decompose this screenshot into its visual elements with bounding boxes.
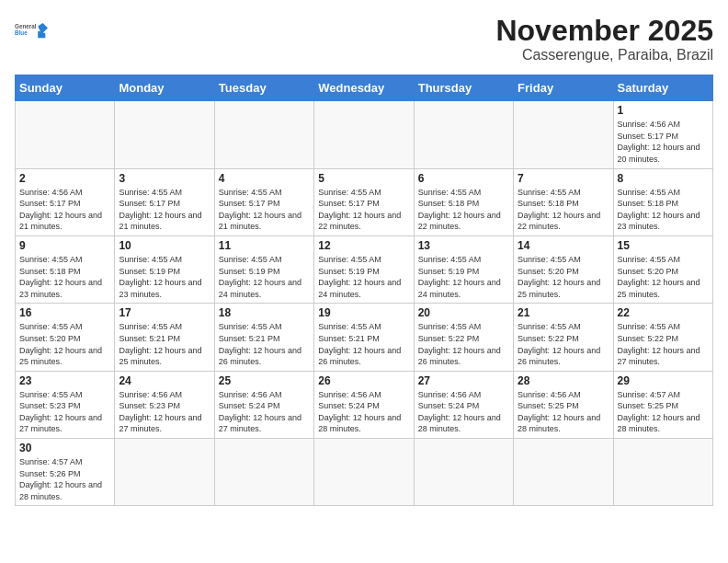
calendar-cell [214, 101, 313, 168]
calendar-week-row: 2Sunrise: 4:56 AMSunset: 5:17 PMDaylight… [16, 168, 713, 236]
day-info: Sunrise: 4:55 AMSunset: 5:21 PMDaylight:… [119, 321, 210, 367]
day-info: Sunrise: 4:56 AMSunset: 5:17 PMDaylight:… [618, 119, 709, 165]
day-number: 2 [19, 172, 110, 185]
day-number: 21 [518, 306, 609, 319]
day-info: Sunrise: 4:55 AMSunset: 5:18 PMDaylight:… [518, 187, 609, 233]
day-info: Sunrise: 4:55 AMSunset: 5:23 PMDaylight:… [19, 389, 110, 435]
calendar-cell: 7Sunrise: 4:55 AMSunset: 5:18 PMDaylight… [514, 168, 613, 236]
weekday-header-wednesday: Wednesday [314, 75, 414, 101]
day-info: Sunrise: 4:55 AMSunset: 5:20 PMDaylight:… [618, 254, 709, 300]
day-info: Sunrise: 4:56 AMSunset: 5:24 PMDaylight:… [318, 389, 409, 435]
logo-icon: General Blue [15, 15, 48, 48]
svg-text:General: General [15, 23, 37, 29]
calendar-cell [314, 101, 414, 168]
calendar-cell [514, 101, 613, 168]
calendar-cell: 1Sunrise: 4:56 AMSunset: 5:17 PMDaylight… [613, 101, 712, 168]
location-subtitle: Casserengue, Paraiba, Brazil [495, 47, 713, 63]
calendar-cell: 19Sunrise: 4:55 AMSunset: 5:21 PMDayligh… [314, 304, 414, 371]
day-info: Sunrise: 4:55 AMSunset: 5:22 PMDaylight:… [618, 321, 709, 367]
calendar-cell: 17Sunrise: 4:55 AMSunset: 5:21 PMDayligh… [115, 304, 214, 371]
day-info: Sunrise: 4:55 AMSunset: 5:20 PMDaylight:… [19, 321, 110, 367]
day-info: Sunrise: 4:55 AMSunset: 5:22 PMDaylight:… [518, 321, 609, 367]
day-info: Sunrise: 4:55 AMSunset: 5:21 PMDaylight:… [318, 321, 409, 367]
day-info: Sunrise: 4:55 AMSunset: 5:18 PMDaylight:… [19, 254, 110, 300]
day-number: 22 [618, 306, 709, 319]
calendar-cell: 24Sunrise: 4:56 AMSunset: 5:23 PMDayligh… [115, 371, 214, 438]
day-info: Sunrise: 4:55 AMSunset: 5:18 PMDaylight:… [618, 187, 709, 233]
calendar-cell: 27Sunrise: 4:56 AMSunset: 5:24 PMDayligh… [414, 371, 513, 438]
day-info: Sunrise: 4:55 AMSunset: 5:19 PMDaylight:… [119, 254, 210, 300]
calendar-cell [115, 101, 214, 168]
day-number: 18 [219, 306, 310, 319]
weekday-header-tuesday: Tuesday [214, 75, 313, 101]
calendar-cell: 22Sunrise: 4:55 AMSunset: 5:22 PMDayligh… [613, 304, 712, 371]
day-info: Sunrise: 4:57 AMSunset: 5:25 PMDaylight:… [618, 389, 709, 435]
day-number: 28 [518, 374, 609, 387]
weekday-header-row: SundayMondayTuesdayWednesdayThursdayFrid… [16, 75, 713, 101]
day-info: Sunrise: 4:55 AMSunset: 5:20 PMDaylight:… [518, 254, 609, 300]
day-number: 6 [418, 172, 509, 185]
calendar-cell: 14Sunrise: 4:55 AMSunset: 5:20 PMDayligh… [514, 236, 613, 303]
day-number: 3 [119, 172, 210, 185]
day-info: Sunrise: 4:56 AMSunset: 5:25 PMDaylight:… [518, 389, 609, 435]
weekday-header-saturday: Saturday [613, 75, 712, 101]
day-info: Sunrise: 4:56 AMSunset: 5:23 PMDaylight:… [119, 389, 210, 435]
day-number: 13 [418, 239, 509, 252]
day-number: 17 [119, 306, 210, 319]
calendar-cell [214, 439, 313, 506]
calendar-week-row: 23Sunrise: 4:55 AMSunset: 5:23 PMDayligh… [16, 371, 713, 438]
day-number: 19 [318, 306, 409, 319]
month-title: November 2025 [495, 15, 713, 47]
calendar-cell: 15Sunrise: 4:55 AMSunset: 5:20 PMDayligh… [613, 236, 712, 303]
day-info: Sunrise: 4:55 AMSunset: 5:18 PMDaylight:… [418, 187, 509, 233]
title-block: November 2025 Casserengue, Paraiba, Braz… [495, 15, 713, 63]
day-number: 27 [418, 374, 509, 387]
day-number: 1 [618, 104, 709, 117]
calendar-cell: 20Sunrise: 4:55 AMSunset: 5:22 PMDayligh… [414, 304, 513, 371]
logo: General Blue [15, 15, 48, 48]
day-info: Sunrise: 4:56 AMSunset: 5:24 PMDaylight:… [418, 389, 509, 435]
calendar-cell: 18Sunrise: 4:55 AMSunset: 5:21 PMDayligh… [214, 304, 313, 371]
day-number: 24 [119, 374, 210, 387]
svg-marker-2 [38, 23, 48, 38]
calendar-cell: 26Sunrise: 4:56 AMSunset: 5:24 PMDayligh… [314, 371, 414, 438]
calendar-cell: 23Sunrise: 4:55 AMSunset: 5:23 PMDayligh… [16, 371, 115, 438]
day-number: 15 [618, 239, 709, 252]
weekday-header-monday: Monday [115, 75, 214, 101]
calendar-cell [514, 439, 613, 506]
day-info: Sunrise: 4:55 AMSunset: 5:17 PMDaylight:… [318, 187, 409, 233]
day-info: Sunrise: 4:56 AMSunset: 5:17 PMDaylight:… [19, 187, 110, 233]
day-number: 30 [19, 442, 110, 454]
day-number: 5 [318, 172, 409, 185]
calendar-cell: 30Sunrise: 4:57 AMSunset: 5:26 PMDayligh… [16, 439, 115, 506]
calendar-cell [115, 439, 214, 506]
calendar-cell: 5Sunrise: 4:55 AMSunset: 5:17 PMDaylight… [314, 168, 414, 236]
calendar-week-row: 30Sunrise: 4:57 AMSunset: 5:26 PMDayligh… [16, 439, 713, 506]
calendar-cell: 13Sunrise: 4:55 AMSunset: 5:19 PMDayligh… [414, 236, 513, 303]
calendar-cell [314, 439, 414, 506]
day-info: Sunrise: 4:55 AMSunset: 5:19 PMDaylight:… [219, 254, 310, 300]
calendar-week-row: 16Sunrise: 4:55 AMSunset: 5:20 PMDayligh… [16, 304, 713, 371]
calendar-cell [613, 439, 712, 506]
calendar-cell: 4Sunrise: 4:55 AMSunset: 5:17 PMDaylight… [214, 168, 313, 236]
day-number: 20 [418, 306, 509, 319]
calendar-cell: 16Sunrise: 4:55 AMSunset: 5:20 PMDayligh… [16, 304, 115, 371]
calendar-week-row: 1Sunrise: 4:56 AMSunset: 5:17 PMDaylight… [16, 101, 713, 168]
calendar-cell [414, 439, 513, 506]
calendar-cell [414, 101, 513, 168]
day-info: Sunrise: 4:55 AMSunset: 5:17 PMDaylight:… [119, 187, 210, 233]
calendar-cell: 6Sunrise: 4:55 AMSunset: 5:18 PMDaylight… [414, 168, 513, 236]
calendar-cell: 2Sunrise: 4:56 AMSunset: 5:17 PMDaylight… [16, 168, 115, 236]
day-number: 7 [518, 172, 609, 185]
day-info: Sunrise: 4:55 AMSunset: 5:21 PMDaylight:… [219, 321, 310, 367]
day-info: Sunrise: 4:55 AMSunset: 5:19 PMDaylight:… [418, 254, 509, 300]
weekday-header-sunday: Sunday [16, 75, 115, 101]
day-number: 16 [19, 306, 110, 319]
calendar-cell: 9Sunrise: 4:55 AMSunset: 5:18 PMDaylight… [16, 236, 115, 303]
day-number: 4 [219, 172, 310, 185]
day-number: 26 [318, 374, 409, 387]
day-number: 11 [219, 239, 310, 252]
calendar-cell: 12Sunrise: 4:55 AMSunset: 5:19 PMDayligh… [314, 236, 414, 303]
day-info: Sunrise: 4:55 AMSunset: 5:17 PMDaylight:… [219, 187, 310, 233]
svg-text:Blue: Blue [15, 30, 28, 37]
